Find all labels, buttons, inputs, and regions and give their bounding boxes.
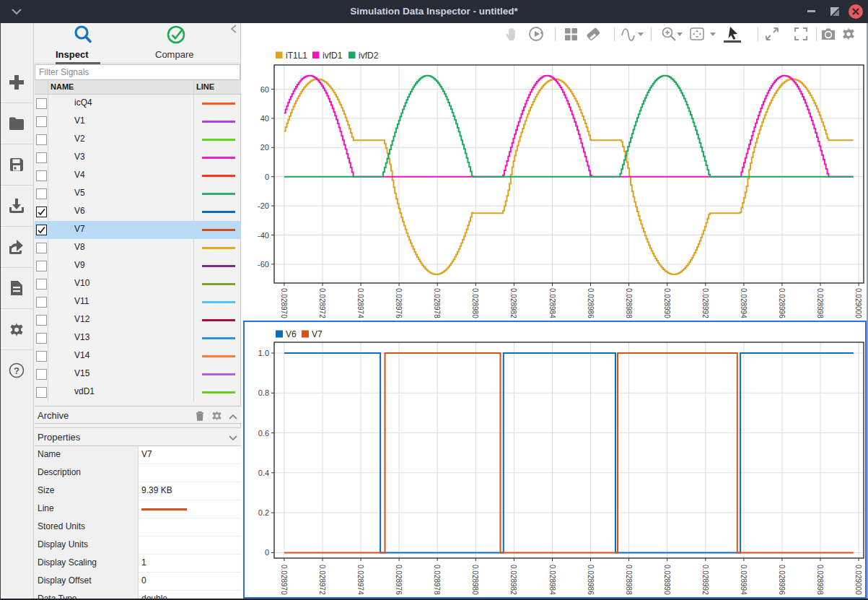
svg-text:0.028978: 0.028978 <box>433 288 441 318</box>
svg-text:0.028978: 0.028978 <box>433 565 441 595</box>
svg-text:V7: V7 <box>312 329 323 339</box>
svg-text:0.028996: 0.028996 <box>778 565 786 595</box>
svg-text:0.028996: 0.028996 <box>778 288 786 318</box>
svg-text:-60: -60 <box>258 260 269 269</box>
svg-text:ivfD2: ivfD2 <box>359 51 379 61</box>
svg-text:0.028976: 0.028976 <box>395 288 403 318</box>
svg-text:0.028972: 0.028972 <box>318 288 326 318</box>
svg-text:0.6: 0.6 <box>258 429 269 438</box>
svg-text:0.028974: 0.028974 <box>356 288 364 318</box>
svg-text:0.029000: 0.029000 <box>854 565 862 595</box>
svg-text:0.028998: 0.028998 <box>816 288 824 318</box>
svg-text:0.028980: 0.028980 <box>471 288 479 318</box>
svg-text:0.028986: 0.028986 <box>587 288 595 318</box>
svg-text:1.0: 1.0 <box>258 349 269 357</box>
svg-text:0.028990: 0.028990 <box>663 288 671 318</box>
svg-text:0.028980: 0.028980 <box>471 565 479 595</box>
svg-text:0.028988: 0.028988 <box>625 565 633 595</box>
svg-text:0.028986: 0.028986 <box>587 565 595 595</box>
svg-text:0.028990: 0.028990 <box>663 565 671 595</box>
svg-text:40: 40 <box>260 114 269 123</box>
svg-text:0.029000: 0.029000 <box>854 288 862 318</box>
svg-text:ivfD1: ivfD1 <box>323 51 343 61</box>
svg-text:-20: -20 <box>258 201 269 210</box>
svg-text:0.028982: 0.028982 <box>509 565 517 595</box>
svg-text:0.028998: 0.028998 <box>816 565 824 595</box>
svg-text:iT1L1: iT1L1 <box>286 51 307 61</box>
svg-text:0.028994: 0.028994 <box>740 288 748 318</box>
svg-text:60: 60 <box>260 85 269 94</box>
svg-text:0.2: 0.2 <box>258 508 269 517</box>
svg-text:0.028984: 0.028984 <box>548 565 556 595</box>
svg-text:?: ? <box>14 365 19 376</box>
svg-text:0.4: 0.4 <box>258 469 269 477</box>
svg-text:0.028994: 0.028994 <box>740 565 748 595</box>
svg-text:0.028970: 0.028970 <box>280 565 288 595</box>
svg-text:0.028992: 0.028992 <box>701 288 709 318</box>
svg-text:0.028984: 0.028984 <box>548 288 556 318</box>
svg-text:0.028972: 0.028972 <box>318 565 326 595</box>
svg-text:0.028974: 0.028974 <box>356 565 364 595</box>
svg-text:0: 0 <box>265 173 269 181</box>
svg-text:0.028976: 0.028976 <box>395 565 403 595</box>
svg-text:20: 20 <box>260 143 269 152</box>
svg-text:0: 0 <box>265 548 269 557</box>
svg-text:0.028970: 0.028970 <box>280 288 288 318</box>
svg-text:0.028992: 0.028992 <box>701 565 709 595</box>
svg-text:0.8: 0.8 <box>258 388 269 397</box>
svg-text:-40: -40 <box>258 231 269 240</box>
svg-text:V6: V6 <box>286 329 297 339</box>
svg-text:0.028988: 0.028988 <box>625 288 633 318</box>
svg-text:0.028982: 0.028982 <box>509 288 517 318</box>
